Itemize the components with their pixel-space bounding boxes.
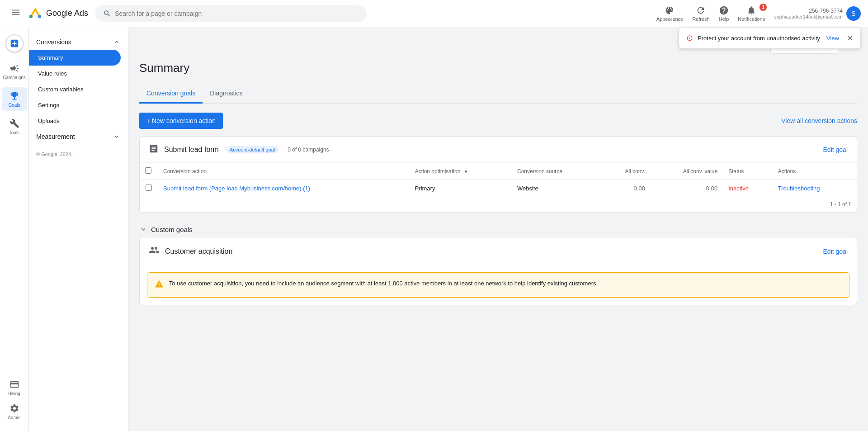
- sort-icon: ▼: [464, 169, 468, 174]
- sidebar-item-settings-label: Settings: [38, 102, 59, 109]
- tools-icon: [9, 118, 19, 128]
- chevron-up-icon: [113, 38, 121, 46]
- status-cell: Inactive: [723, 180, 773, 197]
- megaphone-icon: [9, 63, 19, 73]
- row-checkbox-cell: [140, 180, 158, 197]
- brand-name: Google Ads: [46, 9, 88, 18]
- search-input[interactable]: [115, 10, 359, 17]
- sidebar-icon-tools-label: Tools: [9, 130, 19, 135]
- actions-cell: Troubleshooting: [773, 180, 857, 197]
- icon-sidebar: Campaigns Goals Tools Billing Admin: [0, 27, 29, 431]
- campaigns-meta: 0 of 0 campaigns: [288, 147, 329, 153]
- row-checkbox[interactable]: [146, 185, 152, 191]
- edit-goal-btn[interactable]: Edit goal: [823, 146, 848, 153]
- main-content: Show last 30 days Summary Conversion goa…: [128, 27, 868, 431]
- chevron-down-small-icon: [139, 225, 147, 233]
- troubleshooting-link[interactable]: Troubleshooting: [778, 185, 820, 192]
- sidebar-copyright: © Google, 2024.: [29, 144, 128, 164]
- conversion-source-cell: Website: [512, 180, 601, 197]
- sidebar-icon-billing[interactable]: Billing: [2, 376, 27, 400]
- sidebar-icon-admin-label: Admin: [8, 415, 20, 420]
- chevron-down-icon: [113, 133, 121, 141]
- actions-row: + New conversion action View all convers…: [139, 113, 857, 129]
- table-header: Conversion action Action optimisation ▼ …: [140, 163, 857, 180]
- th-conversion-source: Conversion source: [512, 163, 601, 180]
- help-label: Help: [719, 16, 729, 22]
- th-all-conv-value: All conv. value: [651, 163, 723, 180]
- custom-goals-label: Custom goals: [151, 226, 193, 233]
- sidebar-icon-goals-label: Goals: [8, 103, 20, 108]
- table-row: Submit lead form (Page load Mybusiness.c…: [140, 180, 857, 197]
- sidebar-item-settings[interactable]: Settings: [29, 97, 121, 113]
- tab-bar: Conversion goals Diagnostics: [139, 84, 857, 104]
- th-action-optimisation[interactable]: Action optimisation ▼: [410, 163, 512, 180]
- notification-message: Protect your account from unauthorised a…: [698, 35, 820, 42]
- people-icon: [149, 245, 160, 258]
- user-info[interactable]: 256-796-3774 sophiaparker14oct@gmail.com…: [774, 6, 861, 21]
- th-actions: Actions: [773, 163, 857, 180]
- pagination: 1 - 1 of 1: [140, 197, 857, 212]
- sidebar-item-summary[interactable]: Summary: [29, 50, 121, 66]
- search-bar[interactable]: [95, 5, 367, 22]
- appearance-label: Appearance: [656, 16, 683, 22]
- submit-lead-form-section: Submit lead form Account-default goal 0 …: [139, 136, 857, 213]
- nav-right: Appearance Refresh Help 1 Notifications …: [656, 5, 861, 22]
- conversion-action-link[interactable]: Submit lead form (Page load Mybusiness.c…: [163, 185, 310, 192]
- sidebar-icon-campaigns[interactable]: Campaigns: [2, 60, 27, 84]
- svg-point-2: [38, 14, 41, 18]
- new-conversion-btn[interactable]: + New conversion action: [139, 113, 223, 129]
- app-layout: Campaigns Goals Tools Billing Admin Conv…: [0, 27, 868, 431]
- sidebar-icon-admin[interactable]: Admin: [2, 400, 27, 424]
- notification-close-btn[interactable]: ✕: [847, 34, 853, 43]
- all-conv-value-cell: 0.00: [651, 180, 723, 197]
- view-all-link[interactable]: View all conversion actions: [781, 117, 857, 124]
- sidebar-icon-tools[interactable]: Tools: [2, 115, 27, 139]
- warning-triangle-icon: [155, 279, 164, 291]
- sidebar-item-uploads[interactable]: Uploads: [29, 113, 121, 129]
- sidebar-item-custom-variables-label: Custom variables: [38, 86, 83, 93]
- customer-acquisition-section: Customer acquisition Edit goal To use cu…: [139, 237, 857, 305]
- main-sidebar: Conversions Summary Value rules Custom v…: [29, 27, 128, 431]
- user-email: sophiaparker14oct@gmail.com: [774, 14, 843, 19]
- create-btn[interactable]: [5, 34, 24, 52]
- measurement-section-label: Measurement: [36, 133, 75, 140]
- google-ads-logo: [28, 6, 42, 21]
- conversions-table: Conversion action Action optimisation ▼ …: [140, 163, 857, 197]
- table-body: Submit lead form (Page load Mybusiness.c…: [140, 180, 857, 197]
- tab-conversion-goals[interactable]: Conversion goals: [139, 84, 203, 104]
- sidebar-item-custom-variables[interactable]: Custom variables: [29, 81, 121, 97]
- section-header-row: Submit lead form Account-default goal 0 …: [140, 137, 857, 163]
- customer-section-header: Customer acquisition Edit goal: [140, 237, 857, 265]
- hamburger-menu[interactable]: [7, 4, 24, 23]
- warning-message: To use customer acquisition, you need to…: [169, 279, 598, 288]
- tab-diagnostics[interactable]: Diagnostics: [203, 84, 250, 104]
- edit-customer-goal-btn[interactable]: Edit goal: [823, 248, 848, 255]
- notification-view-link[interactable]: View: [826, 35, 839, 42]
- conversions-section-label: Conversions: [36, 38, 71, 46]
- appearance-btn[interactable]: Appearance: [656, 5, 683, 22]
- page-title: Summary: [139, 61, 857, 75]
- conversion-action-cell: Submit lead form (Page load Mybusiness.c…: [158, 180, 410, 197]
- select-all-checkbox[interactable]: [145, 167, 151, 174]
- measurement-section-header[interactable]: Measurement: [29, 129, 128, 144]
- custom-goals-header[interactable]: Custom goals: [139, 220, 857, 237]
- th-conversion-action: Conversion action: [158, 163, 410, 180]
- refresh-btn[interactable]: Refresh: [692, 5, 710, 22]
- trophy-icon: [9, 91, 19, 101]
- sidebar-bottom: Billing Admin: [2, 376, 27, 424]
- sidebar-icon-goals[interactable]: Goals: [2, 87, 27, 111]
- user-avatar[interactable]: S: [846, 6, 861, 21]
- conversions-section-header[interactable]: Conversions: [29, 34, 128, 50]
- sidebar-icon-campaigns-label: Campaigns: [3, 75, 26, 80]
- sidebar-item-uploads-label: Uploads: [38, 118, 60, 124]
- help-btn[interactable]: Help: [719, 5, 729, 22]
- section-title: Submit lead form: [164, 146, 219, 154]
- notifications-btn[interactable]: 1 Notifications: [738, 5, 765, 22]
- form-icon: [149, 144, 159, 155]
- account-default-badge: Account-default goal: [226, 146, 278, 153]
- user-phone: 256-796-3774: [774, 8, 843, 14]
- top-nav: Google Ads Appearance Refresh Help 1 Not…: [0, 0, 868, 27]
- logo-area: Google Ads: [28, 6, 88, 21]
- sidebar-item-value-rules[interactable]: Value rules: [29, 66, 121, 81]
- svg-point-1: [29, 14, 33, 18]
